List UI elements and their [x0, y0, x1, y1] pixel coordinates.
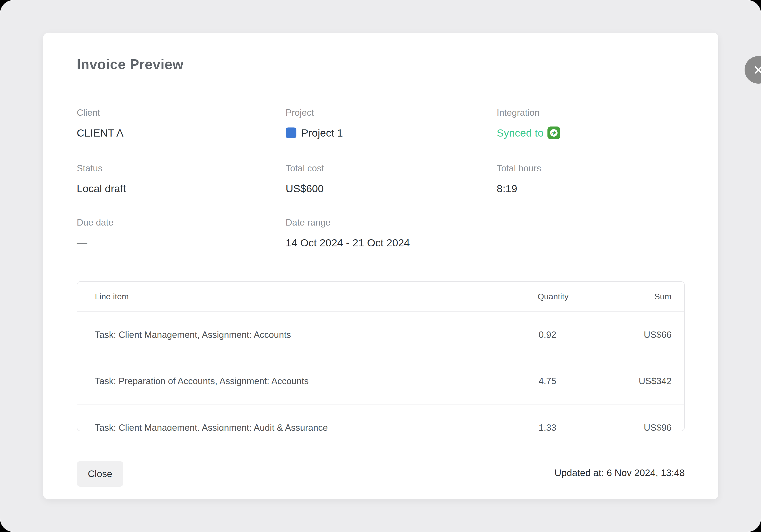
field-total-cost: Total cost US$600 [286, 163, 324, 195]
header-line-item: Line item [95, 292, 466, 301]
project-value: Project 1 [286, 126, 343, 140]
header-quantity: Quantity [466, 292, 568, 301]
cell-quantity: 4.75 [466, 376, 568, 386]
project-label: Project [286, 107, 343, 118]
total-hours-value: 8:19 [497, 182, 541, 195]
cell-sum: US$342 [568, 376, 672, 386]
project-color-square-icon [286, 128, 296, 138]
close-button[interactable]: Close [77, 461, 123, 487]
due-date-value: — [77, 236, 113, 249]
cell-line-item: Task: Client Management, Assignment: Aud… [95, 423, 466, 432]
x-icon [750, 62, 761, 78]
field-integration: Integration Synced to qb [497, 107, 560, 140]
project-name: Project 1 [301, 126, 343, 140]
status-label: Status [77, 163, 126, 174]
cell-quantity: 1.33 [466, 423, 568, 432]
date-range-value: 14 Oct 2024 - 21 Oct 2024 [286, 236, 410, 249]
total-cost-value: US$600 [286, 182, 324, 195]
total-cost-label: Total cost [286, 163, 324, 174]
quickbooks-icon: qb [548, 127, 560, 139]
table-row: Task: Client Management, Assignment: Acc… [77, 312, 684, 358]
cell-line-item: Task: Preparation of Accounts, Assignmen… [95, 376, 466, 386]
field-status: Status Local draft [77, 163, 126, 195]
date-range-label: Date range [286, 217, 410, 228]
due-date-label: Due date [77, 217, 113, 228]
updated-at-text: Updated at: 6 Nov 2024, 13:48 [555, 467, 685, 478]
field-project: Project Project 1 [286, 107, 343, 140]
field-client: Client CLIENT A [77, 107, 123, 140]
client-label: Client [77, 107, 123, 118]
client-value: CLIENT A [77, 126, 123, 140]
modal-close-button[interactable] [744, 56, 761, 84]
status-value: Local draft [77, 182, 126, 195]
field-date-range: Date range 14 Oct 2024 - 21 Oct 2024 [286, 217, 410, 249]
table-row: Task: Client Management, Assignment: Aud… [77, 404, 684, 431]
svg-text:qb: qb [552, 131, 556, 135]
desktop-background: Invoice Preview Client CLIENT A Project … [0, 0, 761, 532]
synced-to-text: Synced to [497, 126, 544, 140]
field-due-date: Due date — [77, 217, 113, 249]
table-header-row: Line item Quantity Sum [77, 282, 684, 312]
header-sum: Sum [568, 292, 672, 301]
field-total-hours: Total hours 8:19 [497, 163, 541, 195]
cell-quantity: 0.92 [466, 330, 568, 340]
integration-label: Integration [497, 107, 560, 118]
line-items-table: Line item Quantity Sum Task: Client Mana… [77, 281, 685, 431]
total-hours-label: Total hours [497, 163, 541, 174]
invoice-preview-modal: Invoice Preview Client CLIENT A Project … [43, 32, 718, 500]
modal-title: Invoice Preview [77, 56, 183, 72]
integration-value[interactable]: Synced to qb [497, 126, 560, 140]
cell-sum: US$66 [568, 330, 672, 340]
table-row: Task: Preparation of Accounts, Assignmen… [77, 358, 684, 404]
cell-line-item: Task: Client Management, Assignment: Acc… [95, 330, 466, 340]
cell-sum: US$96 [568, 423, 672, 432]
